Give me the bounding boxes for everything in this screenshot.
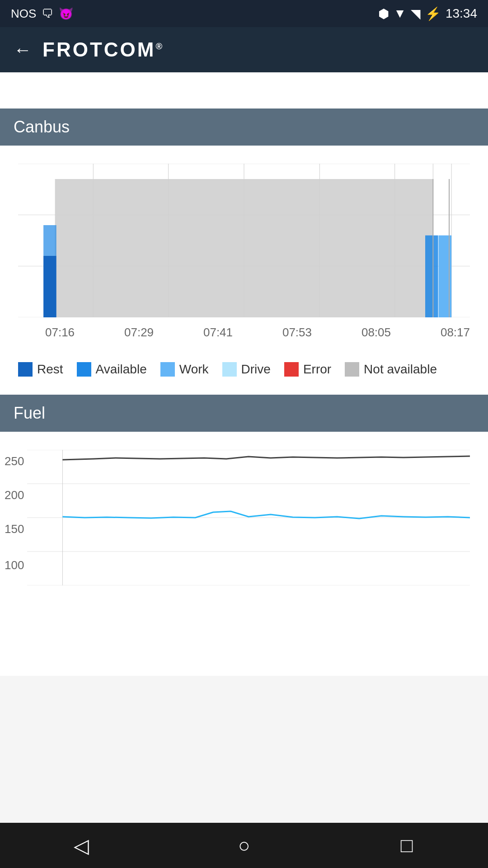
canbus-chart-area: 07:16 07:29 07:41 07:53 08:05 08:17 bbox=[0, 146, 488, 349]
rest-label: Rest bbox=[37, 362, 63, 377]
bottom-navigation: ◁ ○ □ bbox=[0, 823, 488, 868]
legend-available: Available bbox=[77, 362, 147, 377]
canbus-chart bbox=[18, 164, 470, 317]
legend-drive: Drive bbox=[222, 362, 271, 377]
available-swatch bbox=[77, 362, 91, 377]
robot-icon: 😈 bbox=[59, 7, 73, 21]
canbus-svg bbox=[18, 164, 470, 317]
fuel-chart bbox=[27, 450, 470, 585]
not-available-label: Not available bbox=[364, 362, 437, 377]
legend-rest: Rest bbox=[18, 362, 63, 377]
fuel-section-header: Fuel bbox=[0, 395, 488, 432]
svg-rect-13 bbox=[43, 225, 56, 256]
app-logo: FROTCOM® bbox=[42, 38, 164, 61]
wifi-icon: ▼ bbox=[394, 6, 406, 21]
back-button[interactable]: ← bbox=[14, 40, 32, 60]
legend-not-available: Not available bbox=[345, 362, 437, 377]
message-icon: 🗨 bbox=[42, 7, 53, 21]
drive-swatch bbox=[222, 362, 237, 377]
canbus-section-header: Canbus bbox=[0, 108, 488, 146]
fuel-chart-area bbox=[0, 432, 488, 604]
legend-work: Work bbox=[160, 362, 209, 377]
svg-rect-12 bbox=[43, 256, 56, 317]
fuel-svg bbox=[27, 450, 470, 585]
app-header: ← FROTCOM® bbox=[0, 27, 488, 72]
svg-rect-11 bbox=[55, 179, 433, 317]
x-label-0: 07:16 bbox=[45, 326, 75, 340]
not-available-swatch bbox=[345, 362, 359, 377]
x-label-5: 08:17 bbox=[441, 326, 470, 340]
error-label: Error bbox=[303, 362, 331, 377]
time-label: 13:34 bbox=[446, 6, 477, 21]
work-swatch bbox=[160, 362, 175, 377]
x-label-3: 07:53 bbox=[282, 326, 312, 340]
error-swatch bbox=[284, 362, 299, 377]
legend-error: Error bbox=[284, 362, 331, 377]
x-label-1: 07:29 bbox=[124, 326, 154, 340]
status-right: ⬢ ▼ ◥ ⚡ 13:34 bbox=[378, 6, 477, 21]
rest-swatch bbox=[18, 362, 33, 377]
battery-icon: ⚡ bbox=[425, 6, 441, 21]
work-label: Work bbox=[179, 362, 209, 377]
x-label-4: 08:05 bbox=[361, 326, 391, 340]
top-spacer bbox=[0, 72, 488, 108]
bluetooth-icon: ⬢ bbox=[378, 6, 389, 21]
x-axis-labels: 07:16 07:29 07:41 07:53 08:05 08:17 bbox=[18, 322, 470, 340]
bottom-spacer bbox=[0, 585, 488, 676]
status-left: NOS 🗨 😈 bbox=[11, 7, 73, 21]
nav-home-button[interactable]: ○ bbox=[226, 827, 262, 863]
nav-recent-button[interactable]: □ bbox=[389, 827, 425, 863]
svg-rect-14 bbox=[425, 236, 438, 317]
x-label-2: 07:41 bbox=[203, 326, 233, 340]
available-label: Available bbox=[96, 362, 147, 377]
canbus-legend: Rest Available Work Drive Error Not avai… bbox=[0, 349, 488, 395]
drive-label: Drive bbox=[241, 362, 271, 377]
carrier-label: NOS bbox=[11, 7, 36, 21]
nav-back-button[interactable]: ◁ bbox=[63, 827, 99, 863]
signal-icon: ◥ bbox=[411, 6, 421, 21]
status-bar: NOS 🗨 😈 ⬢ ▼ ◥ ⚡ 13:34 bbox=[0, 0, 488, 27]
